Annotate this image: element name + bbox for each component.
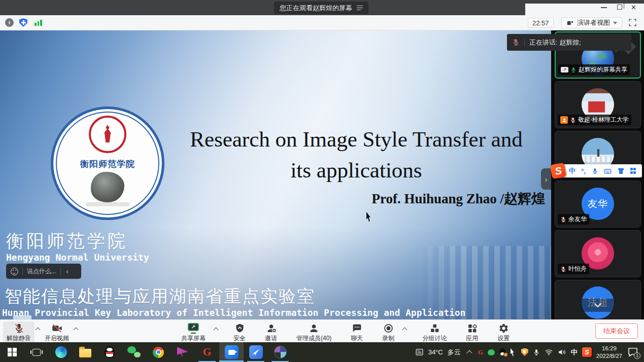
- restore-button[interactable]: [617, 5, 622, 10]
- settings-button[interactable]: 设置: [494, 321, 513, 343]
- weather-temp[interactable]: 34°C: [428, 348, 443, 356]
- emoji-icon[interactable]: [11, 268, 18, 275]
- taskbar-tencent-meeting[interactable]: [219, 342, 244, 362]
- participant-name: 赵辉煌的屏幕共享: [579, 65, 627, 74]
- apps-button[interactable]: 应用: [462, 321, 482, 343]
- tray-cursor-icon[interactable]: [511, 348, 517, 356]
- taskbar-chrome[interactable]: [146, 342, 171, 362]
- sogou-ime-bar: S 中 °,: [551, 163, 642, 178]
- screen-share-icon: ↗: [561, 67, 568, 73]
- security-button[interactable]: 安全: [230, 321, 249, 343]
- taskbar-qq[interactable]: [97, 342, 122, 362]
- breakout-rooms-button[interactable]: 分组讨论: [419, 321, 450, 343]
- ime-keyboard-icon[interactable]: [604, 167, 612, 175]
- meeting-control-bar: 解除静音 开启视频 ↗ 共享屏幕 安全 邀请: [0, 319, 644, 342]
- clock-time: 16:29: [596, 345, 622, 352]
- logo-university-name: 衡阳师范学院: [53, 158, 162, 170]
- record-options-chevron[interactable]: [402, 328, 408, 333]
- edge-icon: [55, 346, 67, 358]
- taskbar-purple-app[interactable]: [171, 342, 195, 362]
- invite-label: 邀请: [265, 335, 277, 341]
- taskbar-photos-app[interactable]: [268, 342, 292, 362]
- security-label: 安全: [233, 335, 246, 341]
- chat-label: 聊天: [351, 335, 363, 341]
- tray-wechat-icon[interactable]: [488, 349, 495, 355]
- lab-name-cn: 智能信息处理与应用湖南省重点实验室: [5, 285, 315, 308]
- taskbar-wechat[interactable]: [122, 342, 146, 362]
- quick-chat-bar[interactable]: 说点什么... ‹: [6, 264, 81, 279]
- tray-qq-icon[interactable]: [499, 348, 506, 356]
- mic-muted-icon: [570, 117, 576, 123]
- taskbar-edge[interactable]: [49, 342, 73, 362]
- system-clock[interactable]: 16:29 2022/8/27: [596, 345, 622, 360]
- collapse-left-icon[interactable]: ‹: [66, 268, 69, 275]
- university-name-en: Hengyang Normal University: [6, 252, 149, 263]
- video-tile[interactable]: 叶恒舟: [555, 230, 641, 277]
- viewing-banner-text: 您正在观看赵辉煌的屏幕: [280, 4, 352, 13]
- unmute-button[interactable]: 解除静音: [3, 321, 35, 343]
- meeting-duration-timer: 22:57: [528, 18, 554, 28]
- tray-g-icon[interactable]: G: [478, 348, 483, 356]
- person-icon: [309, 323, 319, 334]
- qq-icon: [105, 346, 115, 358]
- meeting-toolbar: i 22:57 演讲者视图: [0, 15, 644, 30]
- video-options-chevron[interactable]: [74, 328, 79, 333]
- record-label: 录制: [382, 335, 394, 341]
- video-tile[interactable]: 友华 余友华: [555, 180, 641, 228]
- taskbar-file-explorer[interactable]: [73, 342, 97, 362]
- speaker-icon[interactable]: [558, 348, 566, 356]
- ime-language-indicator[interactable]: 中: [571, 348, 578, 357]
- meeting-info-icon[interactable]: i: [5, 18, 14, 27]
- manage-members-button[interactable]: 管理成员(40): [293, 321, 335, 343]
- tray-shield-icon[interactable]: [521, 348, 528, 356]
- share-screen-button[interactable]: ↗ 共享屏幕: [178, 321, 209, 343]
- divider: [524, 39, 525, 47]
- tray-mic-icon[interactable]: [533, 349, 540, 356]
- taskbar-g-app[interactable]: G: [195, 342, 219, 362]
- red-g-icon: G: [203, 346, 211, 358]
- start-video-button[interactable]: 开启视频: [41, 321, 73, 343]
- ime-voice-icon[interactable]: [592, 168, 598, 174]
- participant-name: 叶恒舟: [568, 265, 587, 273]
- view-mode-button[interactable]: 演讲者视图: [561, 17, 622, 28]
- action-center-button[interactable]: 1: [627, 346, 640, 358]
- invite-button[interactable]: 邀请: [261, 321, 281, 343]
- fullscreen-icon[interactable]: [628, 18, 637, 27]
- ime-mode-toggle[interactable]: 中: [569, 166, 575, 175]
- ime-punctuation-toggle[interactable]: °,: [581, 167, 586, 175]
- weather-condition[interactable]: 多云: [448, 348, 461, 357]
- viewing-banner[interactable]: 您正在观看赵辉煌的屏幕: [274, 2, 368, 14]
- network-signal-icon[interactable]: [32, 18, 45, 27]
- meeting-app-window: 您正在观看赵辉煌的屏幕 ✕ i 22:57 演讲者视图: [0, 0, 644, 362]
- sidebar-collapse-handle[interactable]: ›: [541, 168, 551, 190]
- ime-toolbox-icon[interactable]: [630, 168, 636, 174]
- end-meeting-button[interactable]: 结束会议: [595, 323, 638, 339]
- sogou-tray-icon[interactable]: S: [582, 347, 592, 357]
- blue-bird-icon: [249, 345, 263, 359]
- meeting-security-shield-icon[interactable]: [19, 18, 27, 27]
- ime-skin-icon[interactable]: [618, 168, 624, 174]
- flame-icon: [101, 125, 114, 144]
- hidden-icons-chevron[interactable]: [466, 350, 472, 355]
- sogou-logo-icon[interactable]: S: [550, 163, 566, 179]
- divider: [22, 268, 23, 275]
- task-view-button[interactable]: [24, 342, 49, 362]
- start-video-label: 开启视频: [45, 335, 69, 341]
- record-button[interactable]: 录制: [379, 321, 398, 343]
- banner-menu-icon[interactable]: [357, 6, 363, 11]
- participant-name: 余友华: [568, 215, 587, 224]
- wifi-icon[interactable]: [545, 348, 553, 356]
- participant-name: 敬超-桂林理工大学: [578, 116, 629, 124]
- share-options-chevron[interactable]: [214, 328, 219, 333]
- taskbar-blue-bird-app[interactable]: [244, 342, 268, 362]
- minimize-button[interactable]: [601, 7, 607, 8]
- start-button[interactable]: [0, 342, 24, 362]
- video-tile[interactable]: 敬超-桂林理工大学: [555, 81, 641, 128]
- scroll-down-button[interactable]: [581, 299, 615, 312]
- chat-input-placeholder[interactable]: 说点什么...: [27, 267, 56, 276]
- video-tile[interactable]: 法超: [555, 280, 641, 319]
- news-widget-icon[interactable]: [415, 348, 424, 356]
- mic-options-chevron[interactable]: [36, 328, 41, 333]
- chat-button[interactable]: 聊天: [347, 321, 366, 343]
- close-button[interactable]: ✕: [631, 4, 636, 12]
